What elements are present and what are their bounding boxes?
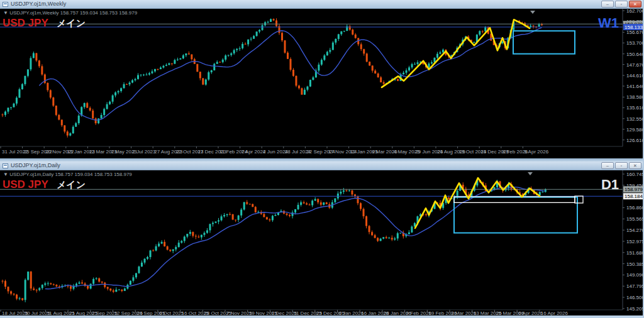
candles-group [2, 18, 543, 138]
price-tick-label: 149.090 [626, 272, 644, 278]
price-tick-label: 155.565 [626, 216, 644, 222]
chart-window-icon [3, 2, 8, 7]
chart-shift-marker [530, 11, 535, 14]
timeframe-badge: D1 [601, 177, 619, 192]
timeframe-badge: W1 [598, 15, 619, 31]
minimize-button[interactable]: – [601, 162, 614, 169]
candles-group [2, 180, 547, 302]
price-tick-label: 160.745 [626, 172, 644, 177]
price-tick-label: 135.610 [626, 105, 644, 111]
chart-shift-marker [528, 172, 533, 175]
price-tick-label: 153.700 [626, 40, 644, 46]
price-tick-label: 152.975 [626, 239, 644, 244]
weekly-window-title: USDJPY.oj1m,Weekly [11, 0, 66, 8]
price-tick-label: 154.270 [626, 228, 644, 233]
weekly-window-buttons: – ▫ ✕ [601, 1, 641, 8]
overlay-symbol-label: USD JPY [3, 178, 48, 190]
price-tick-label: 138.580 [626, 94, 644, 100]
mt4-workspace: USDJPY.oj1m,Weekly – ▫ ✕ 162.700159.7301… [0, 0, 644, 318]
price-tick-label: 132.550 [626, 116, 644, 122]
restore-button[interactable]: ▫ [615, 162, 628, 169]
bottom-edge-strip [0, 315, 644, 318]
price-tick-label: 145.205 [626, 306, 644, 312]
daily-chart-canvas[interactable]: 160.745159.450156.860155.565154.270152.9… [0, 170, 644, 315]
price-tick-label: 126.610 [626, 138, 644, 143]
svg-text:158.184: 158.184 [625, 194, 643, 199]
price-tick-label: 144.610 [626, 73, 644, 79]
price-tick-label: 162.700 [626, 9, 644, 14]
close-button[interactable]: ✕ [629, 162, 641, 169]
restore-button[interactable]: ▫ [615, 1, 628, 8]
chart-window-icon [3, 163, 8, 168]
weekly-chart-canvas[interactable]: 162.700159.730156.670153.700150.640147.6… [0, 9, 644, 158]
price-tick-label: 151.680 [626, 250, 644, 256]
price-tick-label: 147.670 [626, 62, 644, 68]
close-button[interactable]: ✕ [629, 1, 641, 8]
zigzag-line [382, 19, 530, 87]
ma-line [39, 28, 541, 120]
date-tick-label: 7 Apr 2024 [242, 149, 266, 155]
date-tick-label: 2 Jul 2023 [133, 149, 156, 155]
price-tick-label: 141.640 [626, 84, 644, 89]
daily-window-titlebar[interactable]: USDJPY.oj1m,Daily – ▫ ✕ [0, 162, 644, 170]
daily-window-title: USDJPY.oj1m,Daily [11, 162, 60, 170]
price-tick-label: 150.640 [626, 52, 644, 57]
minimize-button[interactable]: – [601, 1, 614, 8]
price-tick-label: 146.500 [626, 295, 644, 300]
date-tick-label: 5 Apr 2026 [524, 149, 548, 155]
daily-window-buttons: – ▫ ✕ [601, 162, 641, 169]
price-tick-label: 147.795 [626, 283, 644, 289]
ohlc-readout: ▼ USDJPY.oj1m,Weekly 158.757 159.034 158… [3, 10, 138, 16]
price-tick-label: 150.385 [626, 261, 644, 267]
price-tick-label: 156.670 [626, 30, 644, 35]
date-tick-label: 16 Apr 2026 [541, 310, 569, 315]
overlay-note-label: メイン [57, 179, 86, 190]
overlay-symbol-label: USD JPY [3, 17, 48, 29]
ohlc-readout: ▼ USDJPY.oj1m,Daily 158.757 159.034 158.… [3, 172, 132, 177]
overlay-note-label: メイン [57, 18, 86, 28]
price-tick-label: 129.580 [626, 127, 644, 133]
svg-text:158.979: 158.979 [625, 187, 643, 192]
weekly-window-titlebar[interactable]: USDJPY.oj1m,Weekly – ▫ ✕ [0, 0, 644, 9]
price-tick-label: 156.860 [626, 205, 644, 211]
svg-text:158.133: 158.133 [625, 25, 643, 30]
